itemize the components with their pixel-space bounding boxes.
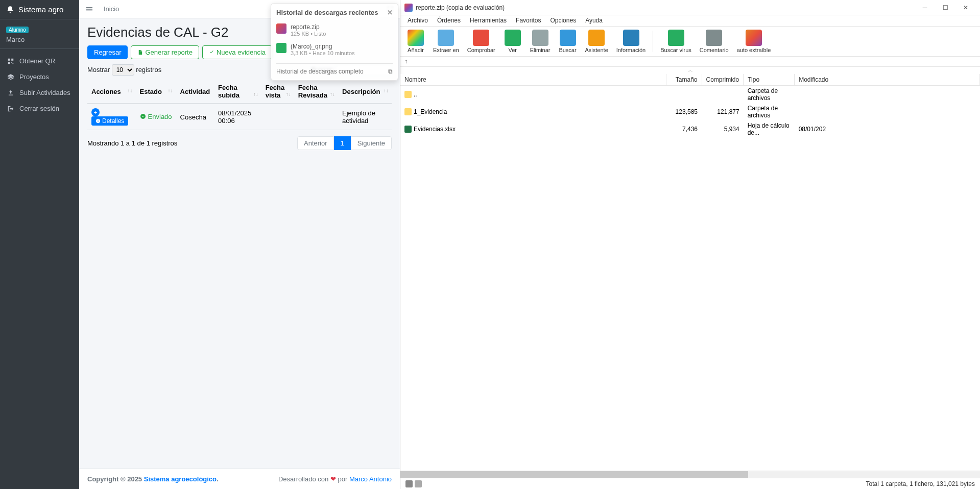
file-list: Nombre Tamaño Comprimido Tipo Modificado… (400, 74, 980, 471)
logout-icon (7, 105, 14, 112)
información-icon (623, 30, 639, 46)
download-item[interactable]: reporte.zip 125 KB • Listo (276, 20, 393, 40)
user-name: Marco (6, 36, 73, 43)
menu-herramientas[interactable]: Herramientas (466, 15, 511, 26)
horizontal-scrollbar[interactable] (400, 471, 980, 478)
qr-icon (7, 58, 14, 65)
download-item[interactable]: (Marco)_qr.png 3,3 KB • Hace 10 minutos (276, 40, 393, 59)
nav-item-qr[interactable]: Obtener QR (0, 53, 79, 69)
breadcrumb[interactable]: Inicio (104, 5, 119, 13)
col-compressed[interactable]: Comprimido (702, 74, 744, 86)
tool-asistente[interactable]: Asistente (582, 29, 611, 54)
image-icon (276, 43, 286, 53)
col-uploaded[interactable]: Fecha subida↑↓ (214, 80, 261, 104)
close-icon[interactable]: ✕ (387, 9, 393, 16)
svg-rect-3 (11, 62, 12, 63)
page-1-button[interactable]: 1 (334, 136, 351, 150)
file-icon (137, 50, 143, 55)
toolbar: AñadirExtraer enComprobarVerEliminarBusc… (400, 27, 980, 57)
collapse-icon[interactable]: ︿ (400, 67, 980, 74)
tool-comprobar[interactable]: Comprobar (464, 29, 498, 54)
dev-link[interactable]: Marco Antonio (349, 475, 392, 483)
menu-archivo[interactable]: Archivo (403, 15, 432, 26)
tool-información[interactable]: Información (613, 29, 649, 54)
nav-item-projects[interactable]: Proyectos (0, 69, 79, 85)
menubar: Archivo Órdenes Herramientas Favoritos O… (400, 15, 980, 27)
datatable-info: Mostrando 1 a 1 de 1 registros (87, 139, 177, 147)
xlsx-icon (404, 126, 412, 133)
brand[interactable]: Sistema agro (0, 0, 79, 19)
tool-ver[interactable]: Ver (500, 29, 525, 54)
footer-link[interactable]: Sistema agroecológico (144, 475, 217, 483)
col-type[interactable]: Tipo (744, 74, 795, 86)
menu-favoritos[interactable]: Favoritos (512, 15, 545, 26)
status-badge: Enviado (140, 113, 172, 120)
col-status[interactable]: Estado↑↓ (136, 80, 176, 104)
table-row: + Detalles Enviado Cosecha 08/01/2025 00… (87, 104, 392, 130)
tool-buscar-virus[interactable]: Buscar virus (657, 29, 695, 54)
lock-icon (415, 480, 422, 487)
close-button[interactable]: ✕ (955, 1, 976, 15)
col-activity[interactable]: Actividad↑↓ (176, 80, 214, 104)
heart-icon: ❤ (330, 475, 336, 483)
col-actions[interactable]: Acciones↑↓ (87, 80, 136, 104)
path-bar[interactable]: ↑ (400, 57, 980, 67)
auto-extraíble-icon (746, 30, 762, 46)
buscar-virus-icon (668, 30, 684, 46)
svg-rect-4 (13, 63, 14, 64)
menu-toggle-icon[interactable] (85, 5, 93, 13)
next-button[interactable]: Siguiente (351, 136, 392, 150)
minimize-button[interactable]: ─ (915, 1, 935, 15)
col-name[interactable]: Nombre (400, 74, 666, 86)
external-link-icon[interactable]: ⧉ (388, 68, 393, 75)
report-button[interactable]: Generar reporte (131, 45, 199, 59)
up-arrow-icon[interactable]: ↑ (404, 58, 408, 65)
zip-icon (276, 23, 286, 34)
full-history-link[interactable]: Historial de descargas completo (276, 68, 364, 75)
check-icon (209, 50, 214, 55)
details-button[interactable]: Detalles (91, 116, 128, 126)
bell-icon (6, 6, 14, 14)
file-row[interactable]: 1_Evidencia123,585121,877Carpeta de arch… (400, 103, 980, 120)
comprobar-icon (473, 30, 489, 46)
col-viewed[interactable]: Fecha vista↑↓ (261, 80, 294, 104)
nav-item-upload[interactable]: Subir Actividades (0, 85, 79, 101)
menu-ayuda[interactable]: Ayuda (581, 15, 607, 26)
user-panel: Alumno Marco (0, 19, 79, 49)
window-title: reporte.zip (copia de evaluación) (416, 4, 505, 11)
file-row[interactable]: Evidencias.xlsx7,4365,934Hoja de cálculo… (400, 120, 980, 138)
tool-añadir[interactable]: Añadir (403, 29, 428, 54)
back-button[interactable]: Regresar (87, 45, 128, 59)
tool-buscar[interactable]: Buscar (556, 29, 580, 54)
tool-extraer-en[interactable]: Extraer en (430, 29, 462, 54)
asistente-icon (588, 30, 605, 46)
length-select[interactable]: 10 (112, 64, 134, 76)
menu-ordenes[interactable]: Órdenes (433, 15, 465, 26)
col-size[interactable]: Tamaño (666, 74, 702, 86)
svg-point-7 (98, 119, 98, 120)
maximize-button[interactable]: ☐ (935, 1, 955, 15)
datatable-footer: Mostrando 1 a 1 de 1 registros Anterior … (87, 136, 392, 150)
titlebar[interactable]: reporte.zip (copia de evaluación) ─ ☐ ✕ (400, 0, 980, 15)
prev-button[interactable]: Anterior (297, 136, 334, 150)
winrar-icon (404, 4, 413, 12)
col-modified[interactable]: Modificado (795, 74, 980, 86)
status-text: Total 1 carpeta, 1 fichero, 131,021 byte… (866, 480, 975, 487)
winrar-window: reporte.zip (copia de evaluación) ─ ☐ ✕ … (400, 0, 980, 489)
file-row[interactable]: ..Carpeta de archivos (400, 86, 980, 104)
ver-icon (505, 30, 521, 46)
new-evidence-button[interactable]: Nueva evidencia (202, 45, 272, 59)
menu-opciones[interactable]: Opciones (546, 15, 580, 26)
brand-text: Sistema agro (18, 5, 63, 14)
svg-rect-2 (8, 62, 10, 64)
tool-auto-extraíble[interactable]: auto extraíble (734, 29, 774, 54)
nav-item-logout[interactable]: Cerrar sesión (0, 101, 79, 116)
buscar-icon (560, 30, 576, 46)
col-reviewed[interactable]: Fecha Revisada↑↓ (294, 80, 338, 104)
expand-button[interactable]: + (91, 108, 100, 116)
tool-eliminar[interactable]: Eliminar (527, 29, 554, 54)
statusbar: Total 1 carpeta, 1 fichero, 131,021 byte… (400, 478, 980, 489)
footer: Copyright © 2025 Sistema agroecológico. … (79, 469, 400, 489)
tool-comentario[interactable]: Comentario (697, 29, 732, 54)
col-description[interactable]: Descripción↑↓ (338, 80, 392, 104)
